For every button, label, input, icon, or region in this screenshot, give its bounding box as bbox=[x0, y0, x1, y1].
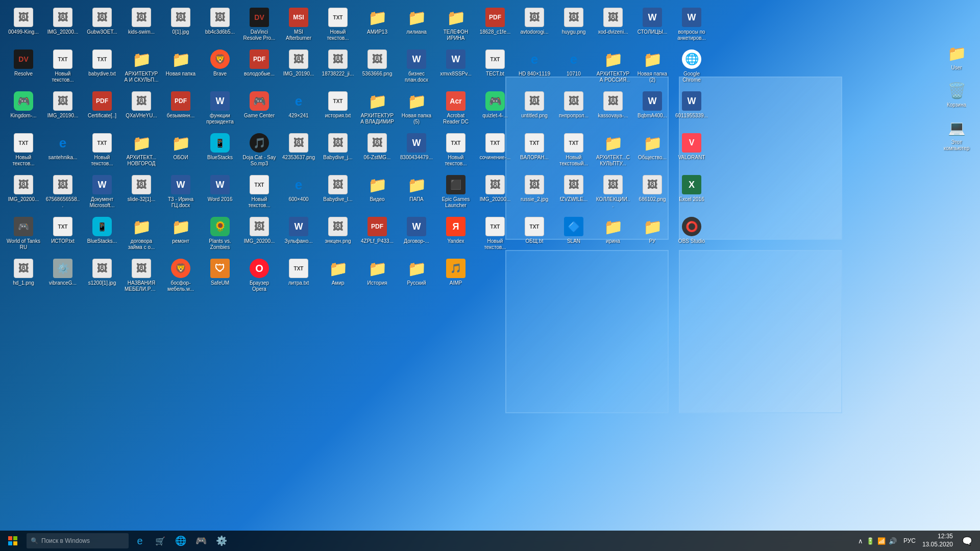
desktop-icon-DojaCat[interactable]: 🎵 Doja Cat - Say So.mp3 bbox=[241, 131, 278, 171]
desktop-icon-Novaya-papka5[interactable]: 📁 Новая папка (5) bbox=[398, 89, 435, 130]
desktop-icon-EpicGames[interactable]: ⬛ Epic Games Launcher bbox=[437, 172, 474, 213]
desktop-icon-fZVZWfLE[interactable]: 🖼 fZVZWfLE... bbox=[555, 172, 592, 213]
desktop-icon-T3-Irina[interactable]: W Т3 - Ирина ГЦ.docx bbox=[162, 172, 199, 213]
desktop-icon-67568656[interactable]: 🖼 67568656558... bbox=[44, 172, 81, 213]
desktop-icon-Noviy-txt6[interactable]: TXT Новый текстовый... bbox=[555, 131, 592, 171]
desktop-icon-IMG_20200[interactable]: 🖼 IMG_20200... bbox=[44, 5, 81, 46]
desktop-icon-remont[interactable]: 📁 ремонт bbox=[162, 214, 199, 255]
desktop-icon-RU[interactable]: 📁 РУ bbox=[634, 214, 671, 255]
desktop-icon-untitled-png[interactable]: 🖼 untitled.png bbox=[516, 89, 553, 130]
desktop-icon-Yandex[interactable]: Я Yandex bbox=[437, 214, 474, 255]
desktop-icon-xmvx8SSPv[interactable]: W xmvx8SSPv... bbox=[437, 47, 474, 88]
notification-center[interactable]: 🗨️ bbox=[957, 531, 977, 551]
desktop-icon-BlueStacks[interactable]: 📱 BlueStacks bbox=[202, 131, 238, 171]
desktop-icon-vibranceG[interactable]: ⚙️ vibranceG... bbox=[44, 256, 81, 297]
desktop-icon-Certificate[interactable]: PDF Certificate[..] bbox=[84, 89, 120, 130]
desktop-icon-5363666-png[interactable]: 🖼 5363666.png bbox=[359, 47, 396, 88]
desktop-icon-ARHITEKTURA-SKULP[interactable]: 📁 АРХИТЕКТУРА И СКУЛЬП... bbox=[123, 47, 160, 88]
taskbar-steam-icon[interactable]: 🎮 bbox=[191, 531, 211, 551]
desktop-icon-istoriya-txt[interactable]: TXT история.txt bbox=[320, 89, 356, 130]
desktop-icon-Resolve[interactable]: DV Resolve bbox=[5, 47, 42, 88]
desktop-icon-VALORANT[interactable]: V VALORANT bbox=[673, 131, 710, 171]
desktop-icon-babydive-txt[interactable]: TXT babydive.txt bbox=[84, 47, 120, 88]
desktop-icon-IMG-202001[interactable]: 🖼 IMG_20200... bbox=[477, 172, 513, 213]
desktop-icon-Dogovor[interactable]: W Договор-... bbox=[398, 214, 435, 255]
desktop-icon-s1200[interactable]: 🖼 s1200[1].jpg bbox=[84, 256, 120, 297]
desktop-icon-OBSH-txt[interactable]: TXT ОБЩ.bt bbox=[516, 214, 553, 255]
desktop-icon-TELEFON-IRINA[interactable]: 📁 ТЕЛЕФОН ИРИНА bbox=[437, 5, 474, 46]
desktop-icon-PAPA[interactable]: 📁 ПАПА bbox=[398, 172, 435, 213]
desktop-icon-sochinenie[interactable]: TXT сочинение-... bbox=[477, 131, 513, 171]
desktop-icon-Kingdom[interactable]: 🎮 Kingdom-... bbox=[5, 89, 42, 130]
desktop-icon-Babydive-l[interactable]: 🖼 Babydive_l... bbox=[320, 172, 356, 213]
desktop-icon-liliana[interactable]: 📁 лилиана bbox=[398, 5, 435, 46]
taskbar-clock[interactable]: 12:35 13.05.2020 bbox=[918, 533, 957, 548]
desktop-icon-russie-2[interactable]: 🖼 russie_2.jpg bbox=[516, 172, 553, 213]
desktop-icon-429x241[interactable]: e 429×241 bbox=[280, 89, 317, 130]
desktop-icon-Noviy-txt4[interactable]: TXT Новый текстов... bbox=[84, 131, 120, 171]
desktop-icon-Word2016[interactable]: W Word 2016 bbox=[202, 172, 238, 213]
desktop-icon-ARHITEKTURA-VLADIMIR[interactable]: 📁 АРХИТЕКТУРА ВЛАДИМИР bbox=[359, 89, 396, 130]
desktop-icon-SLAN[interactable]: 🔷 SLAN bbox=[555, 214, 592, 255]
desktop-icon-ARHITEKTURA-ROSSIYA[interactable]: 📁 АРХИТЕКТУРА РОССИЯ И... bbox=[595, 47, 631, 88]
desktop-icon-Dokument-MS[interactable]: W Документ Microsoft... bbox=[84, 172, 120, 213]
desktop-icon-dogovor-zayma[interactable]: 📁 договора займа с о... bbox=[123, 214, 160, 255]
desktop-icon-Excel2016[interactable]: X Excel 2016 bbox=[673, 172, 710, 213]
desktop-icon-ARHITEKTURA-NOVGOROD[interactable]: 📁 АРХИТЕКТ... НОВГОРОД bbox=[123, 131, 160, 171]
desktop-icon-Noviy-txt1[interactable]: TXT Новый текстов... bbox=[320, 5, 356, 46]
desktop-icon-Acrobat-DC[interactable]: Acr Acrobat Reader DC bbox=[437, 89, 474, 130]
desktop-icon-Noviy-txt8[interactable]: TXT Новый текстов... bbox=[477, 214, 513, 255]
desktop-icon-IMG-201901[interactable]: 🖼 IMG_20190... bbox=[44, 89, 81, 130]
desktop-icon-OBOI[interactable]: 📁 ОБОИ bbox=[162, 131, 199, 171]
desktop-icon-Noviy-txt7[interactable]: TXT Новый текстов... bbox=[241, 172, 278, 213]
desktop-icon-Russkiy[interactable]: 📁 Русский bbox=[398, 256, 435, 297]
taskbar-language[interactable]: РУС bbox=[901, 537, 918, 544]
desktop-icon-Zulfano[interactable]: W Зульфано... bbox=[280, 214, 317, 255]
desktop-icon-enkcen-png[interactable]: 🖼 энкцен.png bbox=[320, 214, 356, 255]
desktop-icon-TEST-txt[interactable]: TXT ТЕСТ.bt bbox=[477, 47, 513, 88]
desktop-icon-Noviy-txt2[interactable]: TXT Новый текстов... bbox=[44, 47, 81, 88]
desktop-icon-Brave[interactable]: 🦁 Brave bbox=[202, 47, 238, 88]
desktop-icon-BlueStacks2[interactable]: 📱 BlueStacks... bbox=[84, 214, 120, 255]
desktop-icon-kassovaya[interactable]: 🖼 kassovaya-... bbox=[595, 89, 631, 130]
desktop-icon-IMG-202002[interactable]: 🖼 IMG_20200... bbox=[241, 214, 278, 255]
desktop-icon-slide-32[interactable]: 🖼 slide-32[1]... bbox=[123, 172, 160, 213]
desktop-icon-Noviy-txt3[interactable]: TXT Новый текстов... bbox=[5, 131, 42, 171]
desktop-icon-quizlet-4[interactable]: 🎮 quizlet-4-... bbox=[477, 89, 513, 130]
desktop-icon-VALORAN[interactable]: TXT ВАЛОРАН... bbox=[516, 131, 553, 171]
desktop-icon-06-ZstMG[interactable]: 🖼 06-ZstMG... bbox=[359, 131, 396, 171]
desktop-icon-QXaVHeYU[interactable]: 🖼 QXaVHeYU... bbox=[123, 89, 160, 130]
desktop-icon-bezymyann[interactable]: PDF безымянн... bbox=[162, 89, 199, 130]
desktop-icon-IMG-202000[interactable]: 🖼 IMG_20200... bbox=[5, 172, 42, 213]
desktop-icon-AIMP[interactable]: 🎵 AIMP bbox=[437, 256, 474, 297]
desktop-icon-686102[interactable]: 🖼 686102.png bbox=[634, 172, 671, 213]
desktop-icon-Google-Chrome[interactable]: 🌐 Google Chrome bbox=[673, 47, 710, 88]
desktop-icon-santehnika[interactable]: e santehnika... bbox=[44, 131, 81, 171]
desktop-icon-litra-txt[interactable]: TXT литра.txt bbox=[280, 256, 317, 297]
right-icon-EtotKomputer[interactable]: 💻 Этот компьютер bbox=[938, 115, 975, 154]
desktop-icon-10710[interactable]: e 10710 bbox=[555, 47, 592, 88]
desktop-icon-GameCenter[interactable]: 🎮 Game Center bbox=[241, 89, 278, 130]
desktop-icon-funktsii-prezidenta[interactable]: W функции президента bbox=[202, 89, 238, 130]
desktop-icon-KOLLEKCII[interactable]: 🖼 КОЛЛЕКЦИИ... bbox=[595, 172, 631, 213]
desktop-icon-hd-1[interactable]: 🖼 hd_1.png bbox=[5, 256, 42, 297]
desktop-icon-Brauser-Opera[interactable]: O Браузер Opera bbox=[241, 256, 278, 297]
desktop-icon-HD840x1119[interactable]: e HD 840×1119 bbox=[516, 47, 553, 88]
desktop-icon-ISTOR-txt[interactable]: TXT ИСТОР.txt bbox=[44, 214, 81, 255]
taskbar-settings-icon[interactable]: ⚙️ bbox=[211, 531, 232, 551]
desktop-icon-avtodorogi[interactable]: 🖼 avtodorogi... bbox=[516, 5, 553, 46]
desktop-icon-18738222-ji[interactable]: 🖼 18738222_ji... bbox=[320, 47, 356, 88]
desktop-icon-MSI-Afterburner[interactable]: MSI MSI Afterburner bbox=[280, 5, 317, 46]
desktop-icon-NAZVANIYA-ROSSII[interactable]: 🖼 НАЗВАНИЯ МЕБЕЛИ.РОС... bbox=[123, 256, 160, 297]
desktop-icon-huygu-png[interactable]: 🖼 huygu.png bbox=[555, 5, 592, 46]
desktop-icon-kids-swim[interactable]: 🖼 kids-swim... bbox=[123, 5, 160, 46]
desktop-icon-Video[interactable]: 📁 Видео bbox=[359, 172, 396, 213]
desktop-icon-volodobye[interactable]: PDF володобые... bbox=[241, 47, 278, 88]
desktop-icon-00499-King[interactable]: 🖼 00499-King... bbox=[5, 5, 42, 46]
desktop-icon-Babydive-jpg[interactable]: 🖼 Babydive_j... bbox=[320, 131, 356, 171]
desktop-icon-biznes-plan[interactable]: W бизнес план.docx bbox=[398, 47, 435, 88]
taskbar-ie-icon[interactable]: e bbox=[130, 531, 150, 551]
desktop-icon-xod-dvizeni[interactable]: 🖼 xod-dvizeni... bbox=[595, 5, 631, 46]
desktop-icon-BqbmA400[interactable]: W BqbmA400... bbox=[634, 89, 671, 130]
desktop-icon-OBSStudio[interactable]: ⭕ OBS Studio bbox=[673, 214, 710, 255]
